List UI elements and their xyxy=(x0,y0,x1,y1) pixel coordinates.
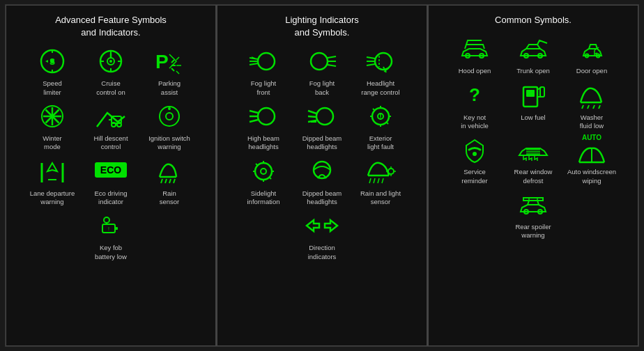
item-cruise-control: Cruisecontrol on xyxy=(83,46,139,97)
item-winter-mode: Wintermode xyxy=(24,101,80,152)
item-fog-back: Fog lightback xyxy=(294,46,350,97)
item-eco-driving: ECO Eco drivingindicator xyxy=(83,156,139,207)
advanced-icon-grid: S Speedlimiter xyxy=(12,46,210,261)
panel-lighting-title: Lighting Indicatorsand Symbols. xyxy=(285,14,359,39)
svg-line-102 xyxy=(582,105,583,109)
item-rear-spoiler: Rear spoilerwarning xyxy=(505,189,561,240)
eco-driving-label: Eco drivingindicator xyxy=(95,189,128,207)
direction-indicators-icon xyxy=(305,210,339,241)
item-lane-departure: Lane departurewarning xyxy=(24,156,80,207)
svg-text:?: ? xyxy=(469,84,480,105)
item-low-fuel: Low fuel xyxy=(505,80,561,131)
low-fuel-label: Low fuel xyxy=(521,114,545,122)
svg-point-55 xyxy=(316,108,333,125)
item-washer-fluid: Washerfluid low xyxy=(564,80,620,131)
exterior-fault-icon: ! xyxy=(365,101,396,132)
rain-sensor-icon xyxy=(154,156,185,187)
cruise-control-icon xyxy=(97,46,125,77)
svg-point-77 xyxy=(314,162,330,178)
item-key-not-in: ? Key notin vehicle xyxy=(447,80,503,131)
item-auto-wiping: AUTO Auto windscreenwiping xyxy=(564,134,620,185)
rear-defrost-label: Rear windowdefrost xyxy=(514,168,553,185)
ignition-warning-icon xyxy=(155,101,183,132)
rain-light-icon xyxy=(365,156,396,187)
svg-point-51 xyxy=(258,108,275,125)
speed-limiter-icon: S xyxy=(38,46,66,77)
svg-line-81 xyxy=(378,178,379,183)
key-not-in-label: Key notin vehicle xyxy=(461,114,489,131)
dipped-beam-icon xyxy=(305,101,339,132)
svg-line-41 xyxy=(250,63,258,65)
panel-advanced: Advanced Feature Symbolsand Indicators. … xyxy=(6,5,216,346)
eco-driving-icon: ECO xyxy=(95,156,127,187)
common-icon-grid: Hood open Trunk open xyxy=(434,33,632,240)
item-sidelight-info: Sidelightinformation xyxy=(236,156,291,207)
lane-departure-label: Lane departurewarning xyxy=(30,189,75,207)
hill-descent-label: Hill descentcontrol xyxy=(93,134,128,152)
key-not-in-icon: ? xyxy=(459,80,490,111)
item-service-reminder: Servicereminder xyxy=(447,134,503,185)
auto-wiping-label: Auto windscreenwiping xyxy=(567,168,616,185)
fog-back-icon xyxy=(305,46,339,77)
hood-open-label: Hood open xyxy=(459,67,491,75)
svg-line-30 xyxy=(165,179,167,183)
auto-wiping-icon: AUTO xyxy=(576,134,607,165)
dipped-beam-label: Dipped beamheadlights xyxy=(302,134,342,152)
dipped-beam2-icon xyxy=(307,156,337,187)
svg-line-75 xyxy=(256,164,258,166)
door-open-label: Door open xyxy=(576,67,607,75)
item-direction-indicators: Directionindicators xyxy=(294,210,350,261)
svg-point-20 xyxy=(112,123,116,127)
item-exterior-fault: ! Exteriorlight fault xyxy=(353,101,408,152)
item-rear-defrost: Rear windowdefrost xyxy=(505,134,561,185)
speed-limiter-label: Speedlimiter xyxy=(43,79,61,97)
svg-point-4 xyxy=(50,59,54,63)
panel-advanced-title: Advanced Feature Symbolsand Indicators. xyxy=(55,14,167,39)
washer-fluid-icon xyxy=(575,80,608,111)
item-fog-front: Fog lightfront xyxy=(236,46,291,97)
sidelight-info-icon xyxy=(248,156,279,187)
svg-text:!: ! xyxy=(108,226,109,231)
svg-rect-97 xyxy=(526,90,535,97)
trunk-open-label: Trunk open xyxy=(516,67,550,75)
svg-line-47 xyxy=(367,57,375,58)
rear-spoiler-icon xyxy=(516,189,550,220)
lighting-icon-grid: Fog lightfront Fog lightback xyxy=(223,46,421,261)
svg-line-49 xyxy=(367,64,375,65)
eco-box: ECO xyxy=(95,162,127,178)
service-reminder-icon xyxy=(459,134,490,165)
washer-fluid-label: Washerfluid low xyxy=(580,114,604,131)
svg-line-103 xyxy=(588,105,589,109)
fog-front-icon xyxy=(247,46,280,77)
svg-point-70 xyxy=(261,169,266,174)
key-fob-label: Key fobbattery low xyxy=(95,244,127,261)
svg-point-18 xyxy=(50,114,54,118)
item-parking-assist: P Parkingassist xyxy=(141,46,197,97)
direction-indicators-label: Directionindicators xyxy=(308,244,337,261)
lane-departure-icon xyxy=(35,156,70,187)
svg-line-79 xyxy=(369,178,371,183)
svg-line-76 xyxy=(269,177,271,179)
svg-line-45 xyxy=(328,65,336,66)
svg-text:P: P xyxy=(155,51,169,72)
exterior-fault-label: Exteriorlight fault xyxy=(367,134,394,152)
svg-line-67 xyxy=(386,122,388,124)
rear-defrost-icon xyxy=(516,134,550,165)
panel-common: Common Symbols. Hood open xyxy=(428,5,638,346)
item-rain-light: Rain and lightsensor xyxy=(353,156,408,207)
svg-line-52 xyxy=(250,111,258,113)
item-rain-sensor: Rainsensor xyxy=(141,156,197,207)
service-reminder-label: Servicereminder xyxy=(461,168,488,185)
panel-lighting: Lighting Indicatorsand Symbols. Fog ligh… xyxy=(217,5,427,346)
item-hill-descent: Hill descentcontrol xyxy=(83,101,139,152)
trunk-open-icon xyxy=(516,33,550,64)
svg-line-29 xyxy=(161,179,162,183)
fog-back-label: Fog lightback xyxy=(309,79,335,97)
item-door-open: Door open xyxy=(564,33,620,75)
low-fuel-icon xyxy=(518,80,549,111)
winter-mode-label: Wintermode xyxy=(43,134,61,152)
svg-rect-99 xyxy=(540,87,544,97)
ignition-warning-label: Ignition switchwarning xyxy=(148,134,190,152)
svg-line-57 xyxy=(308,116,316,117)
svg-text:!: ! xyxy=(379,113,382,121)
